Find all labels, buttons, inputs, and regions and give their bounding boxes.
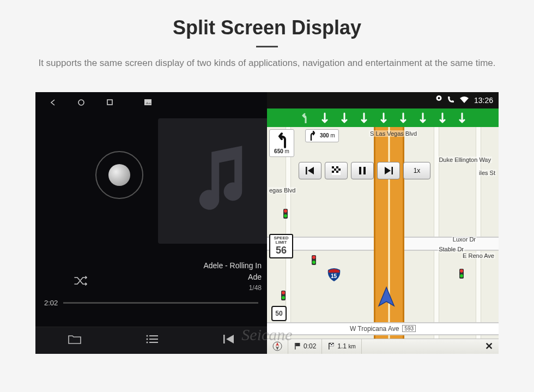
svg-rect-2 — [144, 99, 151, 105]
svg-rect-19 — [359, 167, 361, 174]
lane-arrow-down-icon — [321, 112, 329, 123]
street-label: Luxor Dr — [452, 236, 477, 243]
lane-arrow-left-icon — [300, 112, 309, 123]
close-icon: ✕ — [485, 340, 493, 352]
list-icon[interactable] — [146, 335, 158, 346]
lane-arrow-down-icon — [341, 112, 348, 123]
lane-arrow-down-icon — [380, 112, 387, 123]
street-label: W Tropicana Ave — [350, 325, 399, 333]
location-icon — [436, 95, 442, 105]
music-bottom-bar — [35, 327, 267, 354]
progress-row: 2:02 — [35, 299, 267, 307]
android-nav-bar — [35, 92, 267, 113]
title-underline — [256, 46, 278, 47]
progress-bar[interactable] — [63, 302, 258, 304]
eta-distance-segment[interactable]: 1.1 km — [322, 339, 361, 354]
close-button[interactable]: ✕ — [479, 339, 499, 354]
svg-rect-13 — [332, 166, 334, 168]
jog-wheel-center — [108, 164, 130, 186]
phone-icon — [447, 96, 454, 105]
split-screen-device: Adele - Rolling In Ade 1/48 2:02 — [35, 92, 499, 354]
turn-left-icon — [273, 132, 290, 148]
svg-rect-15 — [334, 168, 336, 171]
traffic-light-icon — [281, 291, 286, 300]
turn-distance: 650 — [274, 148, 283, 154]
eta-time: 0:02 — [304, 342, 316, 350]
svg-rect-27 — [330, 343, 331, 344]
previous-track-icon[interactable] — [223, 334, 235, 346]
street-label: E Reno Ave — [462, 252, 495, 259]
svg-rect-24 — [296, 343, 300, 346]
track-index: 1/48 — [203, 283, 262, 293]
picture-icon[interactable] — [143, 98, 152, 107]
music-body: Adele - Rolling In Ade 1/48 2:02 — [35, 113, 267, 327]
compass-icon — [272, 341, 282, 351]
shuffle-icon[interactable] — [74, 275, 88, 288]
street-number-badge: 593 — [402, 325, 416, 332]
sim-next-button[interactable] — [377, 162, 400, 179]
folder-icon[interactable] — [68, 334, 81, 346]
page-subtitle: It supports the same screen display of t… — [27, 56, 507, 70]
back-icon[interactable] — [48, 98, 57, 107]
svg-point-7 — [146, 342, 148, 343]
speed-limit-sign: SPEED LIMIT 56 — [269, 234, 293, 258]
svg-rect-11 — [306, 167, 307, 174]
next-turn-unit: m — [330, 132, 335, 138]
sim-checker-button[interactable] — [325, 162, 348, 179]
interstate-shield-icon: 15 — [327, 268, 341, 284]
sim-controls: 1x — [299, 162, 492, 179]
traffic-light-icon — [312, 255, 316, 265]
sim-pause-button[interactable] — [351, 162, 374, 179]
turn-distance-unit: m — [285, 148, 289, 154]
svg-rect-9 — [223, 335, 225, 343]
traffic-light-icon — [459, 269, 464, 279]
status-bar: 13:26 — [267, 92, 499, 108]
svg-rect-6 — [149, 339, 158, 340]
album-art-placeholder — [158, 118, 283, 244]
street-label: S Las Vegas Blvd — [369, 130, 418, 137]
page-title: Split Screen Display — [11, 16, 523, 39]
speed-limit-value: 56 — [270, 245, 292, 256]
sim-speed-button[interactable]: 1x — [403, 162, 430, 179]
svg-rect-23 — [295, 343, 296, 349]
track-info: Adele - Rolling In Ade 1/48 — [203, 260, 262, 293]
svg-rect-14 — [336, 166, 338, 168]
map-bottom-bar: 0:02 1.1 km ✕ — [267, 339, 499, 354]
compass-button[interactable] — [267, 339, 288, 354]
svg-rect-4 — [149, 335, 158, 336]
traffic-light-icon — [283, 209, 288, 219]
svg-point-5 — [146, 339, 148, 340]
svg-rect-28 — [332, 343, 334, 344]
next-turn-box[interactable]: 300 m — [305, 129, 339, 142]
svg-point-0 — [78, 100, 84, 105]
svg-rect-16 — [338, 168, 341, 171]
navigation-pane: 13:26 S Las Vegas Blvd Duke Ellington Wa… — [267, 92, 499, 354]
flag-checker-icon — [327, 342, 335, 350]
flag-icon — [294, 342, 301, 350]
svg-rect-29 — [331, 344, 332, 345]
route-shield: 50 — [271, 306, 287, 321]
home-icon[interactable] — [77, 98, 86, 107]
lane-arrow-down-icon — [439, 112, 446, 123]
lane-arrow-down-icon — [419, 112, 427, 123]
elapsed-time: 2:02 — [44, 299, 58, 307]
lane-guidance-bar — [267, 108, 499, 127]
svg-rect-17 — [332, 171, 334, 173]
eta-time-segment[interactable]: 0:02 — [288, 339, 322, 354]
jog-wheel[interactable] — [95, 151, 143, 199]
interstate-number: 15 — [331, 273, 337, 279]
svg-rect-20 — [363, 167, 366, 174]
svg-rect-1 — [107, 100, 112, 105]
recent-icon[interactable] — [105, 98, 114, 107]
map-canvas[interactable]: S Las Vegas Blvd Duke Ellington Way Luxo… — [267, 127, 499, 339]
street-label: Stable Dr — [438, 246, 465, 252]
nav-position-cursor-icon — [374, 285, 398, 311]
lane-arrow-down-icon — [458, 112, 466, 123]
track-artist: Ade — [203, 272, 262, 283]
turn-instruction-box[interactable]: 650 m — [269, 129, 294, 157]
next-turn-distance: 300 — [320, 132, 329, 138]
sim-prev-button[interactable] — [299, 162, 321, 179]
clock-time: 13:26 — [474, 96, 493, 105]
music-pane: Adele - Rolling In Ade 1/48 2:02 — [35, 92, 267, 354]
svg-rect-21 — [392, 167, 393, 174]
